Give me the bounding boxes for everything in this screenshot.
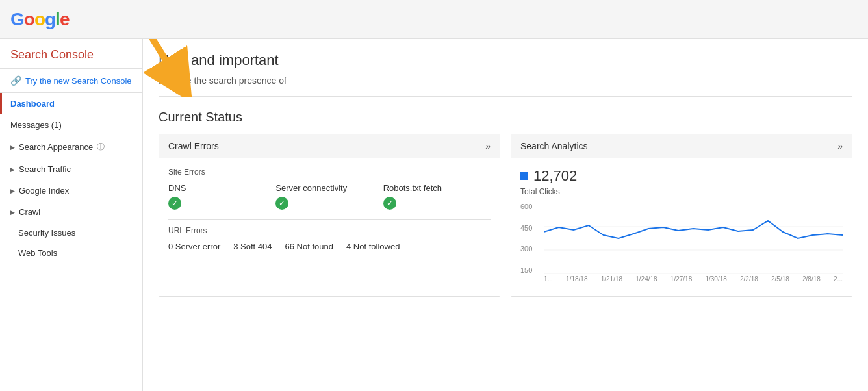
server-error-item: 0 Server error xyxy=(168,242,220,251)
not-found-label: Not found xyxy=(297,242,333,251)
server-error-label: Server error xyxy=(175,242,220,251)
main-content: New and important Improve the search pre… xyxy=(143,39,868,391)
sidebar: Search Console 🔗 Try the new Search Cons… xyxy=(0,39,143,391)
analytics-header: 12,702 Total Clicks xyxy=(520,168,843,196)
logo-g: G xyxy=(10,9,24,30)
improve-text: Improve the search presence of xyxy=(159,75,852,97)
line-chart-svg xyxy=(544,203,843,274)
not-found-item: 66 Not found xyxy=(285,242,333,251)
info-icon: ⓘ xyxy=(97,142,105,153)
server-error-count: 0 xyxy=(168,242,173,251)
logo-o2: o xyxy=(34,9,45,30)
chart-x-labels: 1... 1/18/18 1/21/18 1/24/18 1/27/18 1/3… xyxy=(544,275,843,287)
web-tools-label: Web Tools xyxy=(18,248,57,258)
app-layout: Search Console 🔗 Try the new Search Cons… xyxy=(0,39,868,391)
messages-label: Messages (1) xyxy=(10,120,62,130)
security-issues-label: Security Issues xyxy=(18,228,75,238)
search-analytics-header: Search Analytics » xyxy=(511,134,852,158)
site-errors-label: Site Errors xyxy=(168,168,491,177)
robots-col: Robots.txt fetch ✓ xyxy=(383,183,491,210)
sidebar-item-crawl[interactable]: Crawl xyxy=(0,201,142,223)
sidebar-try-new[interactable]: 🔗 Try the new Search Console xyxy=(0,69,142,93)
dashboard-label: Dashboard xyxy=(10,99,55,108)
x-label-28: 2/8/18 xyxy=(802,275,821,287)
robots-check: ✓ xyxy=(383,197,396,210)
x-label-22: 2/2/18 xyxy=(740,275,758,287)
url-errors-label: URL Errors xyxy=(168,219,491,235)
x-label-121: 1/21/18 xyxy=(601,275,622,287)
search-analytics-body: 12,702 Total Clicks 600 450 300 150 xyxy=(511,158,852,296)
status-grid: Crawl Errors » Site Errors DNS ✓ Server … xyxy=(159,134,852,297)
x-label-124: 1/24/18 xyxy=(635,275,657,287)
server-connectivity-col: Server connectivity ✓ xyxy=(275,183,383,210)
x-label-130: 1/30/18 xyxy=(705,275,726,287)
x-label-25: 2/5/18 xyxy=(771,275,789,287)
server-check: ✓ xyxy=(275,197,288,210)
google-logo: Google xyxy=(10,9,69,30)
analytics-legend: 12,702 xyxy=(520,168,843,184)
current-status-title: Current Status xyxy=(159,110,852,125)
crawl-errors-title: Crawl Errors xyxy=(168,141,219,151)
logo-l: l xyxy=(55,9,60,30)
not-followed-count: 4 xyxy=(346,242,351,251)
not-found-count: 66 xyxy=(285,242,294,251)
logo-o1: o xyxy=(24,9,34,30)
sidebar-item-search-appearance[interactable]: Search Appearance ⓘ xyxy=(0,136,142,158)
x-label-118: 1/18/18 xyxy=(566,275,587,287)
server-connectivity-label: Server connectivity xyxy=(275,183,376,193)
x-label-127: 1/27/18 xyxy=(670,275,692,287)
crawl-label: Crawl xyxy=(19,207,40,217)
url-errors-grid: 0 Server error 3 Soft 404 66 Not found 4… xyxy=(168,242,491,251)
logo-e: e xyxy=(60,9,70,30)
sidebar-brand: Search Console xyxy=(0,39,142,69)
try-new-label: Try the new Search Console xyxy=(25,76,132,86)
y-label-300: 300 xyxy=(520,245,544,253)
legend-dot xyxy=(520,172,528,180)
google-index-label: Google Index xyxy=(19,186,69,196)
total-clicks-label: Total Clicks xyxy=(520,187,843,196)
sidebar-item-security-issues[interactable]: Security Issues xyxy=(0,223,142,243)
search-analytics-arrows[interactable]: » xyxy=(837,141,843,151)
y-label-450: 450 xyxy=(520,224,544,232)
crawl-errors-body: Site Errors DNS ✓ Server connectivity ✓ … xyxy=(159,158,500,260)
external-link-icon: 🔗 xyxy=(10,75,21,86)
not-followed-item: 4 Not followed xyxy=(346,242,400,251)
dns-col: DNS ✓ xyxy=(168,183,275,210)
dns-check: ✓ xyxy=(168,197,181,210)
total-clicks-number: 12,702 xyxy=(533,168,577,184)
y-label-150: 150 xyxy=(520,266,544,274)
header: Google xyxy=(0,0,868,39)
crawl-errors-arrows[interactable]: » xyxy=(485,141,491,151)
crawl-errors-card: Crawl Errors » Site Errors DNS ✓ Server … xyxy=(159,134,500,297)
y-label-600: 600 xyxy=(520,203,544,210)
x-label-end: 2... xyxy=(834,275,843,287)
sidebar-item-web-tools[interactable]: Web Tools xyxy=(0,243,142,263)
search-analytics-title: Search Analytics xyxy=(520,141,588,151)
logo-g2: g xyxy=(45,9,55,30)
search-traffic-label: Search Traffic xyxy=(19,164,71,174)
new-important-title: New and important xyxy=(159,52,852,69)
chart-y-labels: 600 450 300 150 xyxy=(520,203,544,274)
chart-container: 600 450 300 150 xyxy=(520,203,843,287)
robots-label: Robots.txt fetch xyxy=(383,183,484,193)
search-analytics-card: Search Analytics » 12,702 Total Clicks 6… xyxy=(511,134,852,297)
soft404-item: 3 Soft 404 xyxy=(233,242,272,251)
sidebar-item-messages[interactable]: Messages (1) xyxy=(0,114,142,136)
chart-svg-area xyxy=(544,203,843,274)
sidebar-item-dashboard[interactable]: Dashboard xyxy=(0,93,142,114)
dns-label: DNS xyxy=(168,183,269,193)
soft404-count: 3 xyxy=(233,242,238,251)
crawl-errors-header: Crawl Errors » xyxy=(159,134,500,158)
site-errors-row: DNS ✓ Server connectivity ✓ Robots.txt f… xyxy=(168,183,491,210)
search-appearance-label: Search Appearance xyxy=(19,142,93,152)
not-followed-label: Not followed xyxy=(353,242,400,251)
sidebar-item-google-index[interactable]: Google Index xyxy=(0,180,142,201)
x-label-1: 1... xyxy=(544,275,553,287)
soft404-label: Soft 404 xyxy=(240,242,272,251)
sidebar-item-search-traffic[interactable]: Search Traffic xyxy=(0,158,142,180)
